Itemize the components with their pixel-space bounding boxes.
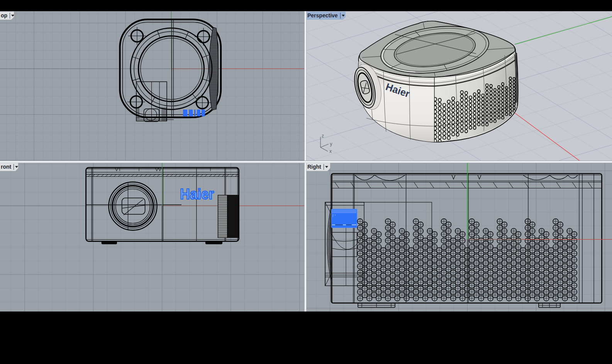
svg-text:z: z [322, 133, 324, 139]
svg-text:y: y [330, 141, 332, 147]
svg-text:x: x [329, 149, 332, 154]
svg-text:Haier: Haier [180, 186, 214, 202]
